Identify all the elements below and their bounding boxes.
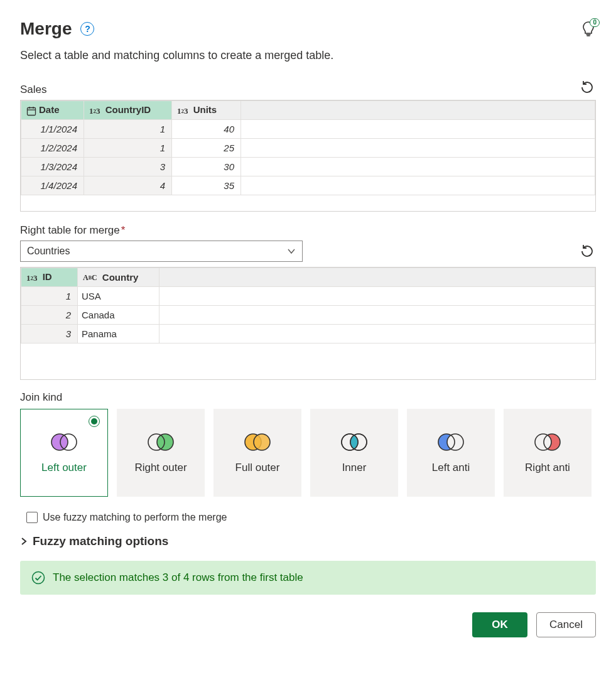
join-option-full-outer[interactable]: Full outer <box>213 409 301 497</box>
column-header-units[interactable]: 123 Units <box>172 101 241 120</box>
chevron-right-icon <box>20 537 28 546</box>
cell: 1 <box>84 139 172 158</box>
refresh-icon <box>580 80 595 95</box>
cell <box>159 287 595 306</box>
join-option-label: Left anti <box>432 462 470 474</box>
dialog-subtitle: Select a table and matching columns to c… <box>20 49 596 62</box>
cell: 1 <box>21 287 78 306</box>
dropdown-value: Countries <box>27 246 70 257</box>
column-header-date[interactable]: Date <box>21 101 84 120</box>
tips-button[interactable]: 0 <box>581 21 596 37</box>
col-label: Units <box>193 104 217 115</box>
venn-full-outer-icon <box>242 431 273 453</box>
cell <box>241 139 595 158</box>
svg-point-26 <box>33 572 45 584</box>
venn-right-outer-icon <box>145 431 176 453</box>
col-label: ID <box>43 271 52 282</box>
cell: 1/1/2024 <box>21 120 84 139</box>
cell <box>159 325 595 344</box>
cell: Canada <box>78 306 159 325</box>
match-status-bar: The selection matches 3 of 4 rows from t… <box>20 561 596 595</box>
cancel-button[interactable]: Cancel <box>536 612 596 637</box>
venn-inner-icon <box>338 431 370 453</box>
expander-label: Fuzzy matching options <box>33 534 168 548</box>
table-row[interactable]: 1/3/2024 3 30 <box>21 158 595 176</box>
table-row[interactable]: 1/1/2024 1 40 <box>21 120 595 139</box>
venn-left-outer-icon <box>48 431 80 453</box>
chevron-down-icon <box>287 247 296 256</box>
dialog-title: Merge <box>20 19 72 39</box>
success-check-icon <box>31 571 45 585</box>
cell: 1/3/2024 <box>21 158 84 176</box>
join-kind-options: Left outer Right outer Full outer <box>20 409 596 497</box>
right-table-label: Right table for merge* <box>20 224 596 237</box>
cell <box>241 176 595 195</box>
cell: 3 <box>21 325 78 344</box>
tips-badge: 0 <box>590 18 600 27</box>
refresh-icon <box>580 244 595 259</box>
join-option-label: Left outer <box>41 462 87 474</box>
ok-button[interactable]: OK <box>472 612 527 637</box>
join-kind-label: Join kind <box>20 391 596 404</box>
cell: 30 <box>172 158 241 176</box>
venn-left-anti-icon <box>435 431 467 453</box>
text-type-icon: ABC <box>83 273 97 283</box>
cell <box>241 158 595 176</box>
join-option-label: Full outer <box>235 462 280 474</box>
cell: Panama <box>78 325 159 344</box>
table-row[interactable]: 3 Panama <box>21 325 595 344</box>
join-option-label: Right outer <box>134 462 186 474</box>
table-row[interactable]: 1/4/2024 4 35 <box>21 176 595 195</box>
svg-rect-0 <box>28 107 36 115</box>
svg-point-4 <box>51 434 68 450</box>
col-label: CountryID <box>105 104 151 115</box>
join-option-right-outer[interactable]: Right outer <box>117 409 205 497</box>
status-text: The selection matches 3 of 4 rows from t… <box>53 571 303 584</box>
cell: 4 <box>84 176 172 195</box>
column-header-empty <box>241 101 595 120</box>
number-type-icon: 123 <box>89 106 100 116</box>
cell: 25 <box>172 139 241 158</box>
left-table-name: Sales <box>20 84 47 96</box>
cell: 40 <box>172 120 241 139</box>
selected-indicator-icon <box>89 416 100 427</box>
svg-point-9 <box>254 434 270 450</box>
column-header-empty <box>159 268 595 287</box>
col-label: Country <box>102 272 139 283</box>
join-option-label: Right anti <box>525 462 570 474</box>
join-option-left-outer[interactable]: Left outer <box>20 409 108 497</box>
number-type-icon: 123 <box>177 106 188 116</box>
cell: 1/2/2024 <box>21 139 84 158</box>
table-row[interactable]: 1/2/2024 1 25 <box>21 139 595 158</box>
cell: 3 <box>84 158 172 176</box>
column-header-country[interactable]: ABC Country <box>78 268 159 287</box>
cell: 2 <box>21 306 78 325</box>
number-type-icon: 123 <box>26 273 38 283</box>
cell: 35 <box>172 176 241 195</box>
cell: 1 <box>84 120 172 139</box>
join-option-right-anti[interactable]: Right anti <box>504 409 592 497</box>
date-type-icon <box>26 106 36 116</box>
fuzzy-matching-checkbox[interactable] <box>26 512 38 523</box>
venn-right-anti-icon <box>532 431 563 453</box>
column-header-id[interactable]: 123 ID <box>21 268 78 287</box>
cell <box>159 306 595 325</box>
col-label: Date <box>39 104 60 115</box>
fuzzy-matching-label: Use fuzzy matching to perform the merge <box>43 512 227 523</box>
cell <box>241 120 595 139</box>
left-table-preview: Date 123 CountryID 123 Units 1/1/2024 1 … <box>20 100 596 212</box>
join-option-left-anti[interactable]: Left anti <box>407 409 495 497</box>
join-option-inner[interactable]: Inner <box>310 409 398 497</box>
join-option-label: Inner <box>342 462 367 474</box>
table-row[interactable]: 1 USA <box>21 287 595 306</box>
right-table-dropdown[interactable]: Countries <box>20 241 303 262</box>
refresh-left-button[interactable] <box>578 78 596 96</box>
fuzzy-options-expander[interactable]: Fuzzy matching options <box>20 534 596 548</box>
refresh-right-button[interactable] <box>578 242 596 260</box>
table-row[interactable]: 2 Canada <box>21 306 595 325</box>
cell: 1/4/2024 <box>21 176 84 195</box>
help-icon[interactable]: ? <box>80 22 94 36</box>
column-header-countryid[interactable]: 123 CountryID <box>84 101 172 120</box>
svg-point-6 <box>157 434 173 450</box>
right-table-preview: 123 ID ABC Country 1 USA 2 Canada 3 Pana… <box>20 267 596 380</box>
